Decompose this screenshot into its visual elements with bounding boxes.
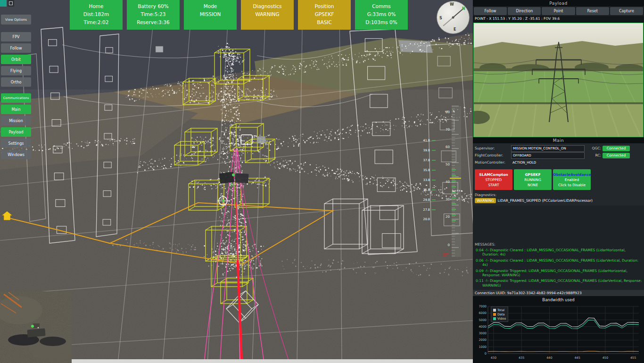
sidebar-item-flying[interactable]: Flying	[1, 66, 31, 75]
payload-section-header: Payload	[473, 0, 644, 6]
payload-capture-button[interactable]: Capture	[610, 7, 643, 15]
legend-item-data[interactable]: Data	[493, 312, 506, 316]
message-item: 0:06 -!- Diagnostic Cleared : LIDAR_MISS…	[475, 258, 642, 267]
home-dist: Dist:182m	[70, 10, 123, 18]
svg-text:30: 30	[446, 198, 450, 201]
timeline-scrollbar[interactable]	[72, 359, 473, 363]
home-title: Home	[70, 2, 123, 10]
position-status-panel[interactable]: Position GPSEKF BASIC	[298, 0, 351, 30]
payload-reset-button[interactable]: Reset	[576, 7, 609, 15]
sidebar-item-payload[interactable]: Payload	[1, 127, 31, 137]
svg-text:33.8: 33.8	[423, 178, 430, 182]
messages-label: MESSAGES:	[475, 242, 642, 247]
svg-text:50: 50	[446, 163, 450, 166]
payload-direction-button[interactable]: Direction	[508, 7, 541, 15]
svg-text:445: 445	[574, 356, 580, 360]
slam-module-button[interactable]: SLAMCompton STOPPED START	[475, 169, 512, 190]
legend-item-video[interactable]: Video	[493, 316, 506, 321]
compass[interactable]: W N S E	[437, 1, 470, 34]
right-panel: Payload Follow Direction Point Reset Cap…	[473, 0, 644, 363]
obstacle-avoidance-module-button[interactable]: ObstacleAvoidance Enabled Click to Disab…	[553, 169, 591, 190]
mini-video-image	[0, 291, 72, 363]
mode-title: Mode	[184, 2, 237, 10]
diagnostics-value: WARNING	[241, 10, 294, 18]
svg-text:1000: 1000	[479, 345, 487, 349]
viewport-corner-icon[interactable]	[0, 0, 7, 7]
svg-text:430: 430	[491, 356, 496, 360]
svg-text:20: 20	[446, 215, 450, 219]
battery-reserve: Reserve:3:36	[127, 18, 180, 26]
position-gpsekf: GPSEKF	[298, 10, 351, 18]
diagnostics-console	[473, 206, 644, 240]
comms-g: G:33ms 0%	[355, 10, 408, 18]
position-basic: BASIC	[298, 18, 351, 26]
sidebar-item-follow[interactable]: Follow	[1, 43, 31, 53]
svg-text:455: 455	[630, 356, 636, 360]
rc-label: RC:	[591, 153, 601, 157]
payload-toolbar: Follow Direction Point Reset Capture	[473, 6, 644, 16]
svg-text:4000: 4000	[479, 325, 487, 329]
svg-text:6000: 6000	[479, 311, 487, 315]
sidebar-item-mission[interactable]: Mission	[1, 116, 31, 125]
sidebar-item-communications[interactable]: Communications	[1, 93, 31, 103]
compass-e: E	[454, 27, 456, 32]
flightcontroller-label: FlightController:	[475, 153, 510, 157]
bandwidth-chart-panel: Bandwidth used TotalDataVideo 4304354404…	[473, 296, 644, 363]
3d-viewport[interactable]: Home Dist:182m Time:2:02 Battery 60% Tim…	[0, 0, 473, 363]
svg-text:27.8: 27.8	[423, 208, 430, 212]
comms-d: D:103ms 0%	[355, 18, 408, 26]
svg-text:29.8: 29.8	[423, 198, 430, 202]
svg-text:3000: 3000	[479, 331, 487, 335]
svg-text:5000: 5000	[479, 318, 487, 322]
main-status-block: Supervisor: MISSION:MOTION_CONTROL_ON QG…	[473, 143, 644, 167]
svg-text:450: 450	[603, 356, 608, 360]
sidebar-item-orbit[interactable]: Orbit	[1, 55, 31, 64]
main-section-header: Main	[473, 137, 644, 143]
svg-text:7000: 7000	[479, 305, 487, 308]
home-status-panel[interactable]: Home Dist:182m Time:2:02	[70, 0, 123, 30]
app-root: Home Dist:182m Time:2:02 Battery 60% Tim…	[0, 0, 644, 363]
qgc-label: QGC:	[591, 146, 601, 150]
viewport-layers-icon[interactable]	[8, 0, 14, 7]
compass-n: N	[462, 7, 465, 11]
sidebar-item-windows[interactable]: Windows	[1, 150, 31, 159]
svg-text:440: 440	[546, 356, 552, 360]
svg-text:41.8: 41.8	[423, 139, 430, 142]
svg-text:35.8: 35.8	[423, 168, 430, 172]
svg-text:0: 0	[485, 352, 487, 355]
comms-title: Comms	[355, 2, 408, 10]
diagnostics-title: Diagnostics	[241, 2, 294, 10]
payload-point-button[interactable]: Point	[542, 7, 575, 15]
message-item: 0:04 -!- Diagnostic Cleared : LIDAR_MISS…	[475, 248, 642, 257]
sidebar-item-ortho[interactable]: Ortho	[1, 77, 31, 87]
payload-follow-button[interactable]: Follow	[474, 7, 507, 15]
mini-video-view[interactable]	[0, 291, 72, 363]
altitude-gauge: 8070605040302041.839.837.835.833.831.829…	[419, 104, 468, 268]
battery-title: Battery 60%	[127, 2, 180, 10]
svg-text:435: 435	[519, 356, 524, 360]
battery-status-panel[interactable]: Battery 60% Time:5:23 Reserve:3:36	[127, 0, 180, 30]
svg-text:80: 80	[446, 110, 450, 114]
compass-w: W	[450, 2, 454, 7]
payload-camera-view[interactable]	[473, 23, 644, 137]
warning-text: LIDAR_FRAMES_SKIPPED (PCColorizerLIDARPr…	[498, 198, 593, 203]
diagnostics-status-panel[interactable]: Diagnostics WARNING	[241, 0, 294, 30]
home-icon[interactable]	[1, 211, 13, 221]
motioncontroller-label: MotionController:	[475, 160, 510, 165]
flightcontroller-value: OFFBOARD	[511, 152, 585, 159]
qgc-connected-button[interactable]: Connected	[603, 146, 630, 151]
sidebar-item-settings[interactable]: Settings	[1, 139, 31, 148]
legend-item-total[interactable]: Total	[493, 308, 506, 312]
svg-text:70: 70	[446, 128, 450, 132]
view-options-button[interactable]: View Options	[1, 15, 31, 25]
sidebar-item-fpv[interactable]: FPV	[1, 32, 31, 41]
mode-status-panel[interactable]: Mode MISSION	[184, 0, 237, 30]
mode-value: MISSION	[184, 10, 237, 18]
svg-text:60: 60	[446, 145, 450, 149]
rc-connected-button[interactable]: Connected	[603, 153, 630, 158]
message-item: 0:09 -!- Diagnostic Triggered: LIDAR_MIS…	[475, 269, 642, 278]
gpsekf-module-button[interactable]: GPSEKF RUNNING NONE	[514, 169, 552, 190]
svg-text:20.0: 20.0	[423, 217, 430, 221]
sidebar-item-main[interactable]: Main	[1, 105, 31, 114]
comms-status-panel[interactable]: Comms G:33ms 0% D:103ms 0%	[355, 0, 408, 30]
